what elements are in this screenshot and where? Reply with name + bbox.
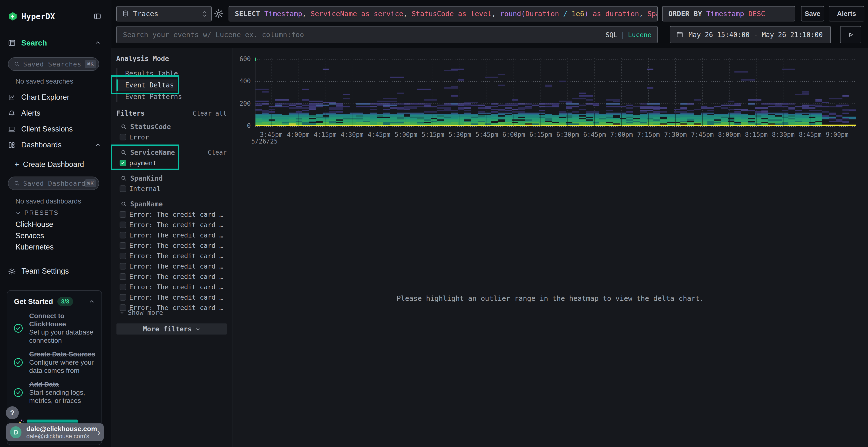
order-by-editor[interactable]: ORDER BY Timestamp DESC <box>662 6 795 22</box>
checkbox-unchecked[interactable] <box>120 221 126 228</box>
checkbox-unchecked[interactable] <box>120 294 126 301</box>
sidebar-item-chart-explorer[interactable]: Chart Explorer <box>0 89 111 105</box>
checkbox-checked[interactable] <box>120 160 126 166</box>
date-range-picker[interactable]: May 26 15:40:00 - May 26 21:10:00 <box>670 26 831 43</box>
language-toggle-sql[interactable]: SQL <box>606 31 617 38</box>
filter-option-error-the-credit-card[interactable]: Error: The credit card … <box>112 261 232 271</box>
more-filters-button[interactable]: More filters <box>117 323 227 335</box>
create-dashboard-button[interactable]: + Create Dashboard <box>14 159 84 170</box>
filter-option-error-the-credit-card[interactable]: Error: The credit card … <box>112 240 232 251</box>
saved-dashboards-input[interactable]: Saved Dashboards ⌘K <box>8 176 99 190</box>
app-title: HyperDX <box>22 12 55 21</box>
run-query-button[interactable] <box>840 26 861 43</box>
filter-option-label: Error: The credit card … <box>129 211 223 218</box>
divider <box>0 51 111 51</box>
sidebar-item-search[interactable]: Search <box>0 37 111 49</box>
filter-group-header-spanname[interactable]: SpanName <box>112 199 232 209</box>
filter-group-header-spankind[interactable]: SpanKind <box>112 173 232 183</box>
filter-option-error-the-credit-card[interactable]: Error: The credit card … <box>112 251 232 261</box>
filter-group-header-servicename[interactable]: ServiceNameClear <box>112 147 232 158</box>
analysis-mode-event-deltas[interactable]: Event Deltas <box>117 79 177 91</box>
checkbox-unchecked[interactable] <box>120 242 126 249</box>
analysis-mode-event-patterns[interactable]: Event Patterns <box>117 91 186 103</box>
filter-option-label: Error: The credit card … <box>129 273 223 280</box>
search-icon <box>121 175 127 181</box>
sql-query-editor[interactable]: SELECT Timestamp, ServiceName as service… <box>228 6 658 22</box>
filter-option-error-the-credit-card[interactable]: Error: The credit card … <box>112 271 232 282</box>
language-toggle-divider: | <box>621 31 624 38</box>
filter-option-internal[interactable]: Internal <box>112 183 232 194</box>
sidebar-item-client-sessions[interactable]: Client Sessions <box>0 121 111 137</box>
logo-row: HyperDX <box>0 10 111 22</box>
source-select[interactable]: Traces <box>116 6 212 22</box>
checkbox-unchecked[interactable] <box>120 185 126 192</box>
chevron-up-icon[interactable] <box>95 142 100 148</box>
source-settings-gear-icon[interactable] <box>214 9 224 19</box>
checkbox-unchecked[interactable] <box>120 232 126 238</box>
preset-services[interactable]: Services <box>0 230 111 241</box>
user-profile-chip[interactable]: D dale@clickhouse.com dale@clickhouse.co… <box>6 423 104 441</box>
more-filters-label: More filters <box>143 325 192 333</box>
filter-group-servicename: ServiceNameClearpayment <box>112 147 232 168</box>
sidebar-item-label: Chart Explorer <box>21 93 69 102</box>
filter-option-error[interactable]: Error <box>112 132 232 142</box>
language-toggle-lucene[interactable]: Lucene <box>628 31 651 38</box>
save-button[interactable]: Save <box>801 6 824 22</box>
checkbox-unchecked[interactable] <box>120 253 126 259</box>
sidebar-item-team-settings[interactable]: Team Settings <box>0 264 111 278</box>
filter-option-error-the-credit-card[interactable]: Error: The credit card … <box>112 230 232 240</box>
filter-group-header-statuscode[interactable]: StatusCode <box>112 122 232 132</box>
sql-token: ) <box>584 10 588 18</box>
saved-dashboards-placeholder: Saved Dashboards <box>23 180 90 187</box>
sidebar-item-alerts[interactable]: Alerts <box>0 105 111 121</box>
checkbox-unchecked[interactable] <box>120 273 126 280</box>
filter-group-spankind: SpanKindInternal <box>112 173 232 194</box>
clear-all-filters-button[interactable]: Clear all <box>193 110 227 117</box>
shortcut-badge: ⌘K <box>85 60 96 68</box>
checklist-title: Create Data Sources <box>29 350 98 358</box>
collapse-sidebar-icon[interactable] <box>94 12 101 20</box>
analysis-mode-results-table[interactable]: Results Table <box>117 68 186 79</box>
filter-group-name: SpanName <box>130 200 163 208</box>
sidebar-item-dashboards[interactable]: Dashboards <box>0 137 111 153</box>
sidebar-nav: Chart Explorer Alerts Client Sessions Da… <box>0 89 111 153</box>
get-started-title: Get Started <box>14 298 53 306</box>
checkbox-unchecked[interactable] <box>120 211 126 218</box>
help-button[interactable]: ? <box>6 406 19 419</box>
x-tick-label: 4:15pm <box>314 131 337 138</box>
saved-searches-placeholder: Saved Searches <box>23 61 82 68</box>
filter-option-error-the-credit-card[interactable]: Error: The credit card … <box>112 220 232 230</box>
saved-searches-input[interactable]: Saved Searches ⌘K <box>8 57 99 71</box>
sql-token: round( <box>500 10 525 18</box>
checkbox-unchecked[interactable] <box>120 263 126 270</box>
chevron-up-icon[interactable] <box>89 299 95 304</box>
preset-kubernetes[interactable]: Kubernetes <box>0 241 111 253</box>
alerts-button[interactable]: Alerts <box>829 6 864 22</box>
filter-option-error-the-credit-card[interactable]: Error: The credit card … <box>112 282 232 292</box>
y-tick-label: 200 <box>236 100 251 107</box>
presets-toggle[interactable]: PRESETS <box>16 209 59 216</box>
preset-clickhouse[interactable]: ClickHouse <box>0 219 111 230</box>
no-saved-searches-text: No saved searches <box>16 77 73 85</box>
lucene-search-input[interactable]: Search your events w/ Lucene ex. column:… <box>116 26 658 43</box>
dashboard-icon <box>8 141 16 149</box>
filter-option-error-the-credit-card[interactable]: Error: The credit card … <box>112 209 232 220</box>
show-more-label: Show more <box>128 309 163 316</box>
chevron-up-icon[interactable] <box>95 40 100 46</box>
sidebar-item-label: Dashboards <box>21 141 61 149</box>
clear-filter-button[interactable]: Clear <box>208 149 227 156</box>
checkbox-unchecked[interactable] <box>120 284 126 290</box>
checkbox-unchecked[interactable] <box>120 134 126 140</box>
filter-option-label: Error: The credit card … <box>129 242 223 249</box>
get-started-checklist: Connect to ClickHouse Set up your databa… <box>13 312 98 410</box>
show-more-button[interactable]: Show more <box>120 309 163 316</box>
checklist-item-add-data[interactable]: Add Data Start sending logs, metrics, or… <box>13 380 98 405</box>
x-tick-label: 7:00pm <box>610 131 633 138</box>
checklist-item-connect-to-clickhouse[interactable]: Connect to ClickHouse Set up your databa… <box>13 312 98 345</box>
search-icon <box>121 124 127 130</box>
filter-option-error-the-credit-card[interactable]: Error: The credit card … <box>112 292 232 303</box>
duration-heatmap-canvas[interactable] <box>255 53 856 130</box>
checklist-item-create-data-sources[interactable]: Create Data Sources Configure where your… <box>13 350 98 375</box>
y-tick-label: 400 <box>236 77 251 85</box>
filter-option-payment[interactable]: payment <box>112 158 232 168</box>
